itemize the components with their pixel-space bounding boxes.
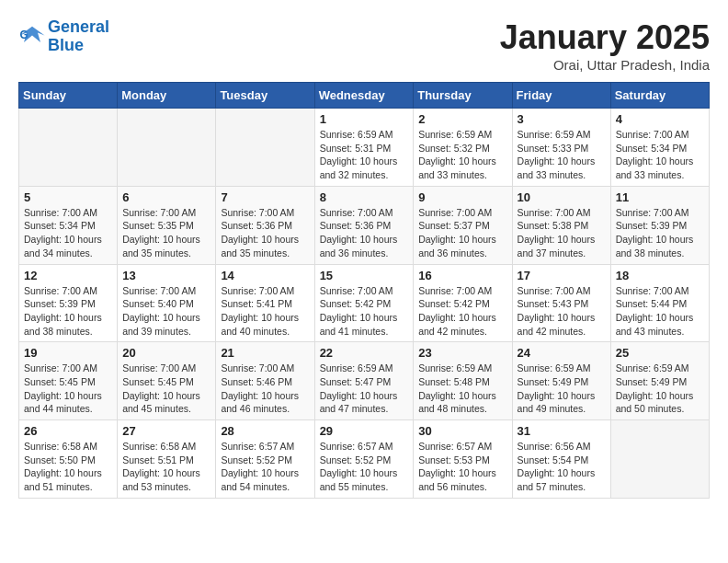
day-info: Sunrise: 7:00 AM Sunset: 5:36 PM Dayligh…	[221, 206, 309, 260]
calendar-day-15: 15Sunrise: 7:00 AM Sunset: 5:42 PM Dayli…	[314, 264, 414, 342]
calendar-week-row: 5Sunrise: 7:00 AM Sunset: 5:34 PM Daylig…	[19, 186, 710, 264]
day-info: Sunrise: 7:00 AM Sunset: 5:40 PM Dayligh…	[122, 284, 210, 339]
calendar-day-31: 31Sunrise: 6:56 AM Sunset: 5:54 PM Dayli…	[512, 420, 610, 499]
logo-line2: Blue	[48, 36, 84, 54]
page-header: G General Blue January 2025 Orai, Uttar …	[18, 18, 710, 73]
calendar-day-6: 6Sunrise: 7:00 AM Sunset: 5:35 PM Daylig…	[118, 186, 216, 264]
day-info: Sunrise: 7:00 AM Sunset: 5:43 PM Dayligh…	[518, 284, 606, 339]
calendar-day-25: 25Sunrise: 6:59 AM Sunset: 5:49 PM Dayli…	[610, 342, 709, 420]
day-info: Sunrise: 7:00 AM Sunset: 5:44 PM Dayligh…	[616, 284, 704, 339]
calendar-day-29: 29Sunrise: 6:57 AM Sunset: 5:52 PM Dayli…	[314, 420, 414, 499]
calendar-day-18: 18Sunrise: 7:00 AM Sunset: 5:44 PM Dayli…	[610, 264, 709, 342]
calendar-day-21: 21Sunrise: 7:00 AM Sunset: 5:46 PM Dayli…	[216, 342, 314, 420]
day-number: 10	[518, 190, 606, 204]
day-info: Sunrise: 7:00 AM Sunset: 5:39 PM Dayligh…	[24, 284, 112, 339]
day-info: Sunrise: 7:00 AM Sunset: 5:34 PM Dayligh…	[24, 206, 112, 260]
day-info: Sunrise: 6:57 AM Sunset: 5:52 PM Dayligh…	[221, 440, 309, 494]
day-info: Sunrise: 6:58 AM Sunset: 5:51 PM Dayligh…	[122, 440, 210, 494]
calendar-day-1: 1Sunrise: 6:59 AM Sunset: 5:31 PM Daylig…	[314, 109, 414, 187]
month-title: January 2025	[500, 18, 710, 57]
day-number: 20	[122, 346, 210, 360]
day-number: 3	[518, 112, 606, 126]
calendar-week-row: 12Sunrise: 7:00 AM Sunset: 5:39 PM Dayli…	[19, 264, 710, 342]
logo-line1: General	[48, 17, 109, 36]
calendar-day-8: 8Sunrise: 7:00 AM Sunset: 5:36 PM Daylig…	[314, 186, 414, 264]
title-block: January 2025 Orai, Uttar Pradesh, India	[500, 18, 710, 73]
calendar-day-2: 2Sunrise: 6:59 AM Sunset: 5:32 PM Daylig…	[414, 109, 512, 187]
day-number: 17	[518, 269, 606, 282]
calendar-day-4: 4Sunrise: 7:00 AM Sunset: 5:34 PM Daylig…	[610, 109, 709, 187]
day-number: 18	[616, 269, 704, 282]
day-number: 31	[518, 424, 606, 438]
calendar-day-19: 19Sunrise: 7:00 AM Sunset: 5:45 PM Dayli…	[19, 342, 118, 420]
calendar-day-23: 23Sunrise: 6:59 AM Sunset: 5:48 PM Dayli…	[414, 342, 512, 420]
day-number: 12	[24, 269, 112, 282]
day-info: Sunrise: 6:59 AM Sunset: 5:32 PM Dayligh…	[418, 128, 506, 182]
day-info: Sunrise: 6:59 AM Sunset: 5:49 PM Dayligh…	[616, 362, 704, 416]
day-info: Sunrise: 6:59 AM Sunset: 5:49 PM Dayligh…	[518, 362, 606, 416]
calendar-day-5: 5Sunrise: 7:00 AM Sunset: 5:34 PM Daylig…	[19, 186, 118, 264]
day-number: 14	[221, 269, 309, 282]
calendar-day-10: 10Sunrise: 7:00 AM Sunset: 5:38 PM Dayli…	[512, 186, 610, 264]
day-number: 11	[616, 190, 704, 204]
day-info: Sunrise: 7:00 AM Sunset: 5:39 PM Dayligh…	[616, 206, 704, 260]
day-info: Sunrise: 7:00 AM Sunset: 5:35 PM Dayligh…	[122, 206, 210, 260]
day-info: Sunrise: 7:00 AM Sunset: 5:36 PM Dayligh…	[320, 206, 409, 260]
day-number: 28	[221, 424, 309, 438]
weekday-header-sunday: Sunday	[19, 83, 118, 109]
day-number: 8	[320, 190, 409, 204]
weekday-header-friday: Friday	[512, 83, 610, 109]
day-number: 29	[320, 424, 409, 438]
day-number: 27	[122, 424, 210, 438]
day-number: 25	[616, 346, 704, 360]
calendar-empty-cell	[118, 109, 216, 187]
calendar-day-3: 3Sunrise: 6:59 AM Sunset: 5:33 PM Daylig…	[512, 109, 610, 187]
logo-icon: G	[18, 23, 46, 51]
day-info: Sunrise: 7:00 AM Sunset: 5:42 PM Dayligh…	[320, 284, 409, 339]
calendar-empty-cell	[19, 109, 118, 187]
weekday-header-saturday: Saturday	[610, 83, 709, 109]
calendar-day-11: 11Sunrise: 7:00 AM Sunset: 5:39 PM Dayli…	[610, 186, 709, 264]
weekday-header-monday: Monday	[118, 83, 216, 109]
calendar-day-20: 20Sunrise: 7:00 AM Sunset: 5:45 PM Dayli…	[118, 342, 216, 420]
day-number: 7	[221, 190, 309, 204]
day-info: Sunrise: 6:59 AM Sunset: 5:31 PM Dayligh…	[320, 128, 409, 182]
day-info: Sunrise: 7:00 AM Sunset: 5:45 PM Dayligh…	[24, 362, 112, 416]
day-number: 24	[518, 346, 606, 360]
calendar-day-16: 16Sunrise: 7:00 AM Sunset: 5:42 PM Dayli…	[414, 264, 512, 342]
day-info: Sunrise: 7:00 AM Sunset: 5:41 PM Dayligh…	[221, 284, 309, 339]
day-info: Sunrise: 6:57 AM Sunset: 5:53 PM Dayligh…	[418, 440, 506, 494]
calendar-week-row: 26Sunrise: 6:58 AM Sunset: 5:50 PM Dayli…	[19, 420, 710, 499]
day-info: Sunrise: 7:00 AM Sunset: 5:34 PM Dayligh…	[616, 128, 704, 182]
day-info: Sunrise: 7:00 AM Sunset: 5:45 PM Dayligh…	[122, 362, 210, 416]
calendar-day-22: 22Sunrise: 6:59 AM Sunset: 5:47 PM Dayli…	[314, 342, 414, 420]
day-number: 22	[320, 346, 409, 360]
weekday-header-wednesday: Wednesday	[314, 83, 414, 109]
day-number: 15	[320, 269, 409, 282]
day-number: 4	[616, 112, 704, 126]
calendar-day-28: 28Sunrise: 6:57 AM Sunset: 5:52 PM Dayli…	[216, 420, 314, 499]
calendar-day-13: 13Sunrise: 7:00 AM Sunset: 5:40 PM Dayli…	[118, 264, 216, 342]
day-number: 1	[320, 112, 409, 126]
calendar-day-30: 30Sunrise: 6:57 AM Sunset: 5:53 PM Dayli…	[414, 420, 512, 499]
day-info: Sunrise: 7:00 AM Sunset: 5:37 PM Dayligh…	[418, 206, 506, 260]
day-info: Sunrise: 6:56 AM Sunset: 5:54 PM Dayligh…	[518, 440, 606, 494]
day-info: Sunrise: 6:59 AM Sunset: 5:47 PM Dayligh…	[320, 362, 409, 416]
day-number: 30	[418, 424, 506, 438]
calendar-empty-cell	[610, 420, 709, 499]
day-info: Sunrise: 7:00 AM Sunset: 5:42 PM Dayligh…	[418, 284, 506, 339]
day-number: 16	[418, 269, 506, 282]
calendar-day-24: 24Sunrise: 6:59 AM Sunset: 5:49 PM Dayli…	[512, 342, 610, 420]
day-info: Sunrise: 7:00 AM Sunset: 5:38 PM Dayligh…	[518, 206, 606, 260]
calendar-empty-cell	[216, 109, 314, 187]
day-number: 6	[122, 190, 210, 204]
weekday-header-tuesday: Tuesday	[216, 83, 314, 109]
calendar-week-row: 19Sunrise: 7:00 AM Sunset: 5:45 PM Dayli…	[19, 342, 710, 420]
calendar-day-7: 7Sunrise: 7:00 AM Sunset: 5:36 PM Daylig…	[216, 186, 314, 264]
day-info: Sunrise: 7:00 AM Sunset: 5:46 PM Dayligh…	[221, 362, 309, 416]
calendar-day-27: 27Sunrise: 6:58 AM Sunset: 5:51 PM Dayli…	[118, 420, 216, 499]
day-info: Sunrise: 6:59 AM Sunset: 5:48 PM Dayligh…	[418, 362, 506, 416]
day-info: Sunrise: 6:57 AM Sunset: 5:52 PM Dayligh…	[320, 440, 409, 494]
day-number: 13	[122, 269, 210, 282]
calendar-day-9: 9Sunrise: 7:00 AM Sunset: 5:37 PM Daylig…	[414, 186, 512, 264]
